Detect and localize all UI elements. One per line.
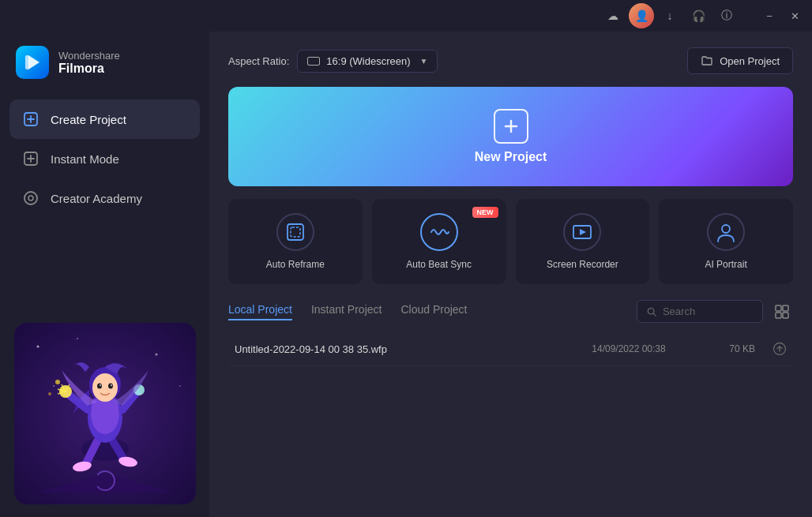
project-list: Untitled-2022-09-14 00 38 35.wfp 14/09/2… bbox=[228, 332, 793, 501]
projects-section: Local Project Instant Project Cloud Proj… bbox=[228, 300, 793, 501]
sidebar-item-creator-academy[interactable]: Creator Academy bbox=[9, 178, 200, 218]
download-icon[interactable]: ↓ bbox=[657, 3, 682, 28]
folder-icon bbox=[701, 54, 713, 67]
svg-point-26 bbox=[97, 384, 102, 389]
svg-point-11 bbox=[36, 346, 39, 348]
app-body: Wondershare Filmora Create Project bbox=[0, 32, 812, 517]
project-size: 70 KB bbox=[692, 343, 755, 354]
auto-reframe-icon bbox=[276, 213, 314, 251]
titlebar: ☁ 👤 ↓ 🎧 ⓘ − ✕ bbox=[0, 0, 812, 32]
close-button[interactable]: ✕ bbox=[784, 5, 806, 27]
product-name: Filmora bbox=[58, 62, 120, 76]
svg-rect-49 bbox=[783, 313, 788, 318]
app-logo bbox=[16, 46, 49, 79]
svg-rect-39 bbox=[288, 224, 303, 240]
tab-local-project[interactable]: Local Project bbox=[228, 303, 292, 320]
new-badge: New bbox=[472, 207, 498, 218]
aspect-rect-icon bbox=[307, 57, 320, 66]
new-project-label: New Project bbox=[475, 150, 547, 164]
top-bar: Aspect Ratio: 16:9 (Widescreen) ▼ Open P… bbox=[228, 47, 793, 74]
svg-marker-42 bbox=[580, 229, 586, 235]
feature-card-label-reframe: Auto Reframe bbox=[266, 259, 325, 270]
brand-name: Wondershare bbox=[58, 50, 120, 62]
aspect-ratio-selector[interactable]: 16:9 (Widescreen) ▼ bbox=[297, 50, 438, 73]
new-project-card[interactable]: New Project bbox=[228, 87, 793, 186]
grid-view-icon[interactable] bbox=[771, 301, 793, 323]
svg-point-13 bbox=[155, 354, 157, 356]
avatar-icon[interactable]: 👤 bbox=[629, 3, 654, 28]
svg-rect-46 bbox=[776, 305, 781, 311]
svg-point-9 bbox=[28, 196, 33, 200]
svg-marker-0 bbox=[28, 55, 39, 69]
svg-rect-1 bbox=[25, 55, 29, 69]
feature-card-label-ai-portrait: AI Portrait bbox=[705, 259, 746, 270]
logo-area: Wondershare Filmora bbox=[0, 32, 209, 93]
upload-icon[interactable] bbox=[755, 342, 787, 356]
feature-card-label-screen-recorder: Screen Recorder bbox=[547, 259, 618, 270]
info-icon[interactable]: ⓘ bbox=[714, 3, 739, 28]
sidebar-item-label-create: Create Project bbox=[51, 113, 126, 126]
project-tabs: Local Project Instant Project Cloud Proj… bbox=[228, 303, 467, 320]
project-date: 14/09/2022 00:38 bbox=[566, 343, 692, 354]
feature-card-auto-beat-sync[interactable]: New Auto Beat Sync bbox=[372, 199, 506, 284]
svg-point-12 bbox=[77, 338, 78, 339]
sidebar-item-label-academy: Creator Academy bbox=[51, 192, 142, 205]
svg-line-45 bbox=[653, 313, 656, 316]
svg-point-28 bbox=[100, 384, 101, 386]
feature-cards: Auto Reframe New Auto Beat Sync bbox=[228, 199, 793, 284]
cloud-icon[interactable]: ☁ bbox=[600, 3, 626, 28]
minimize-button[interactable]: − bbox=[758, 5, 780, 27]
open-project-label: Open Project bbox=[720, 55, 780, 67]
sidebar-item-label-instant: Instant Mode bbox=[51, 152, 119, 166]
screen-recorder-icon bbox=[563, 213, 601, 251]
open-project-button[interactable]: Open Project bbox=[687, 47, 793, 74]
svg-point-29 bbox=[111, 384, 112, 386]
headphone-icon[interactable]: 🎧 bbox=[686, 3, 711, 28]
search-input[interactable] bbox=[663, 305, 753, 317]
tab-cloud-project[interactable]: Cloud Project bbox=[400, 303, 467, 320]
search-box[interactable] bbox=[637, 300, 763, 323]
aspect-ratio-label: Aspect Ratio: bbox=[228, 55, 289, 67]
creator-academy-icon bbox=[22, 189, 39, 207]
svg-rect-47 bbox=[783, 305, 788, 311]
svg-point-15 bbox=[53, 385, 55, 387]
svg-point-8 bbox=[24, 192, 37, 204]
sidebar-illustration bbox=[14, 323, 196, 504]
ai-portrait-icon bbox=[707, 213, 745, 251]
auto-beat-sync-icon bbox=[420, 213, 458, 251]
svg-point-34 bbox=[55, 380, 60, 384]
svg-rect-40 bbox=[291, 227, 300, 237]
aspect-ratio-value: 16:9 (Widescreen) bbox=[326, 55, 410, 67]
sidebar: Wondershare Filmora Create Project bbox=[0, 32, 209, 517]
nav-items: Create Project Instant Mode bbox=[0, 93, 209, 323]
svg-rect-48 bbox=[776, 313, 781, 318]
new-project-plus-icon bbox=[494, 109, 528, 144]
table-row[interactable]: Untitled-2022-09-14 00 38 35.wfp 14/09/2… bbox=[228, 332, 793, 366]
search-icon bbox=[647, 306, 656, 317]
logo-text: Wondershare Filmora bbox=[58, 50, 120, 76]
create-project-icon bbox=[22, 111, 39, 128]
sidebar-item-instant-mode[interactable]: Instant Mode bbox=[9, 139, 200, 178]
project-name: Untitled-2022-09-14 00 38 35.wfp bbox=[235, 343, 566, 355]
svg-point-14 bbox=[179, 385, 181, 387]
feature-card-label-beat-sync: Auto Beat Sync bbox=[406, 259, 472, 270]
instant-mode-icon bbox=[22, 150, 39, 167]
chevron-down-icon: ▼ bbox=[420, 57, 428, 66]
svg-point-35 bbox=[48, 392, 51, 395]
main-content: Aspect Ratio: 16:9 (Widescreen) ▼ Open P… bbox=[209, 32, 812, 517]
feature-card-auto-reframe[interactable]: Auto Reframe bbox=[228, 199, 363, 284]
svg-point-27 bbox=[108, 384, 113, 389]
tab-instant-project[interactable]: Instant Project bbox=[311, 303, 382, 320]
svg-point-43 bbox=[722, 225, 730, 233]
feature-card-screen-recorder[interactable]: Screen Recorder bbox=[516, 199, 650, 284]
sidebar-item-create-project[interactable]: Create Project bbox=[9, 99, 200, 139]
projects-header: Local Project Instant Project Cloud Proj… bbox=[228, 300, 793, 323]
svg-point-25 bbox=[92, 373, 118, 402]
projects-tools bbox=[637, 300, 793, 323]
feature-card-ai-portrait[interactable]: AI Portrait bbox=[659, 199, 793, 284]
